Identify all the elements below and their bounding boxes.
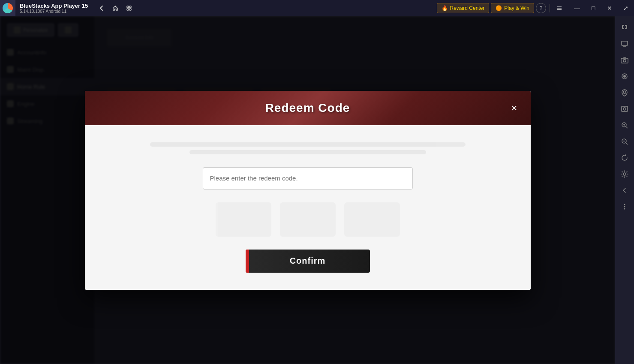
modal-body: Confirm — [85, 125, 531, 290]
title-bar: BlueStacks App Player 15 5.14.10.1007 An… — [0, 0, 634, 16]
sidebar-camera-icon[interactable] — [617, 52, 632, 68]
desc-line-1 — [150, 142, 466, 147]
reward-center-label: Reward Center — [450, 5, 485, 11]
svg-rect-9 — [621, 58, 628, 63]
svg-rect-3 — [129, 9, 131, 10]
sidebar-settings-icon[interactable] — [617, 166, 632, 182]
modal-description — [111, 142, 505, 154]
svg-rect-2 — [127, 9, 129, 10]
svg-point-15 — [623, 108, 626, 110]
svg-point-23 — [623, 173, 626, 175]
sidebar-expand-icon[interactable] — [617, 20, 632, 35]
svg-rect-7 — [622, 41, 628, 45]
back-button[interactable] — [96, 2, 108, 14]
modal-close-button[interactable]: × — [507, 100, 522, 116]
svg-point-12 — [623, 75, 626, 78]
sidebar-back-icon[interactable] — [617, 183, 632, 198]
sidebar-zoom-in-icon[interactable] — [617, 117, 632, 133]
svg-point-10 — [623, 60, 626, 62]
help-icon: ? — [540, 5, 543, 11]
svg-rect-14 — [622, 106, 628, 111]
sidebar-screenshot-icon[interactable] — [617, 101, 632, 117]
app-version: 5.14.10.1007 Android 11 — [20, 9, 88, 14]
title-bar-center: 🔥 Reward Center 🟠 Play & Win ? — [138, 2, 569, 14]
redeem-code-input[interactable] — [203, 167, 413, 190]
play-win-button[interactable]: 🟠 Play & Win — [491, 3, 534, 13]
svg-point-24 — [624, 204, 625, 205]
sidebar-location-icon[interactable] — [617, 85, 632, 100]
logo-circle — [3, 3, 13, 13]
sidebar-refresh-icon[interactable] — [617, 150, 632, 165]
modal-header: Redeem Code × — [85, 91, 531, 125]
app-logo — [0, 0, 15, 16]
svg-rect-1 — [129, 6, 131, 8]
modal-overlay: Redeem Code × — [0, 16, 615, 364]
divider — [550, 4, 550, 12]
sidebar-display-icon[interactable] — [617, 36, 632, 51]
play-win-icon: 🟠 — [496, 5, 502, 11]
sidebar-more-icon[interactable] — [617, 199, 632, 214]
svg-rect-0 — [127, 6, 129, 8]
svg-line-22 — [626, 143, 628, 144]
confirm-label: Confirm — [290, 256, 326, 266]
redeem-code-modal: Redeem Code × — [85, 91, 531, 290]
app-name: BlueStacks App Player 15 — [20, 3, 88, 9]
right-sidebar — [615, 16, 634, 364]
svg-point-25 — [624, 206, 625, 208]
play-win-label: Play & Win — [504, 5, 529, 11]
expand-window-button[interactable]: ⤢ — [618, 0, 634, 16]
modal-items-row — [216, 202, 400, 237]
sidebar-zoom-out-icon[interactable] — [617, 134, 632, 149]
window-controls: — □ ✕ ⤢ — [569, 0, 634, 16]
item-card-3 — [344, 202, 400, 237]
main-content: Personalize Accountinfo Maint Disp. Home… — [0, 16, 615, 364]
desc-line-2 — [189, 150, 426, 154]
item-card-1 — [216, 202, 271, 237]
sidebar-record-icon[interactable] — [617, 69, 632, 84]
close-icon: × — [511, 102, 517, 114]
modal-title: Redeem Code — [265, 101, 350, 115]
help-button[interactable]: ? — [536, 3, 546, 13]
multi-button[interactable] — [123, 2, 135, 14]
item-card-2 — [280, 202, 336, 237]
minimize-button[interactable]: — — [569, 0, 585, 16]
svg-point-26 — [624, 208, 625, 210]
confirm-button[interactable]: Confirm — [246, 250, 370, 273]
nav-buttons — [92, 2, 138, 14]
close-window-button[interactable]: ✕ — [601, 0, 618, 16]
reward-icon: 🔥 — [442, 5, 448, 11]
reward-center-button[interactable]: 🔥 Reward Center — [437, 3, 490, 13]
home-button[interactable] — [109, 2, 121, 14]
svg-point-13 — [623, 91, 626, 93]
app-info: BlueStacks App Player 15 5.14.10.1007 An… — [15, 3, 92, 14]
menu-button[interactable] — [553, 2, 565, 14]
svg-line-19 — [626, 126, 628, 128]
maximize-button[interactable]: □ — [585, 0, 601, 16]
